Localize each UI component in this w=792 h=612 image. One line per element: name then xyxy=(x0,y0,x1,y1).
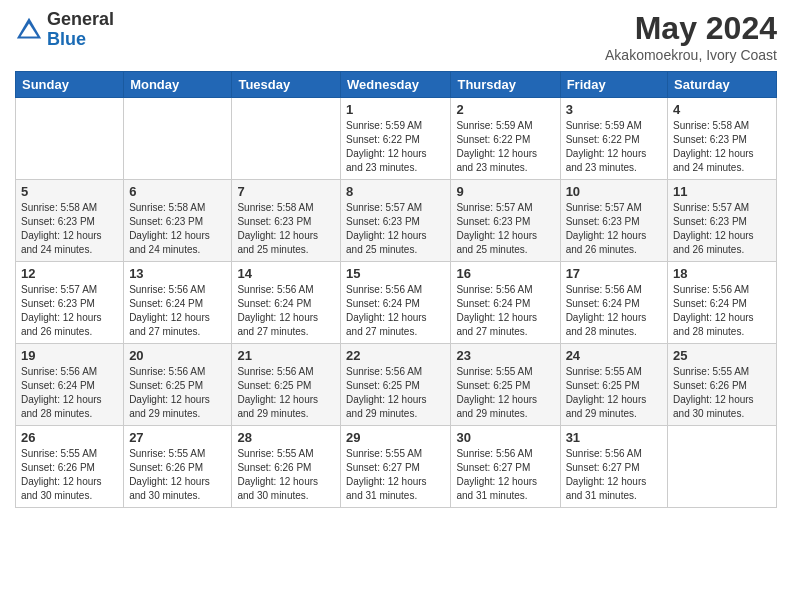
logo-text: General Blue xyxy=(47,10,114,50)
day-header-sunday: Sunday xyxy=(16,72,124,98)
day-info: Sunrise: 5:56 AM Sunset: 6:24 PM Dayligh… xyxy=(456,283,554,339)
calendar-cell: 7Sunrise: 5:58 AM Sunset: 6:23 PM Daylig… xyxy=(232,180,341,262)
day-info: Sunrise: 5:55 AM Sunset: 6:26 PM Dayligh… xyxy=(21,447,118,503)
day-info: Sunrise: 5:55 AM Sunset: 6:25 PM Dayligh… xyxy=(456,365,554,421)
day-info: Sunrise: 5:57 AM Sunset: 6:23 PM Dayligh… xyxy=(566,201,662,257)
day-number: 7 xyxy=(237,184,335,199)
calendar-cell: 5Sunrise: 5:58 AM Sunset: 6:23 PM Daylig… xyxy=(16,180,124,262)
calendar-cell: 25Sunrise: 5:55 AM Sunset: 6:26 PM Dayli… xyxy=(668,344,777,426)
day-info: Sunrise: 5:56 AM Sunset: 6:24 PM Dayligh… xyxy=(237,283,335,339)
day-info: Sunrise: 5:59 AM Sunset: 6:22 PM Dayligh… xyxy=(346,119,445,175)
day-header-monday: Monday xyxy=(124,72,232,98)
logo-icon xyxy=(15,16,43,44)
calendar-week-5: 26Sunrise: 5:55 AM Sunset: 6:26 PM Dayli… xyxy=(16,426,777,508)
calendar-cell: 15Sunrise: 5:56 AM Sunset: 6:24 PM Dayli… xyxy=(341,262,451,344)
day-info: Sunrise: 5:56 AM Sunset: 6:27 PM Dayligh… xyxy=(456,447,554,503)
day-header-thursday: Thursday xyxy=(451,72,560,98)
day-info: Sunrise: 5:56 AM Sunset: 6:25 PM Dayligh… xyxy=(237,365,335,421)
title-block: May 2024 Akakomoekrou, Ivory Coast xyxy=(605,10,777,63)
day-info: Sunrise: 5:56 AM Sunset: 6:24 PM Dayligh… xyxy=(673,283,771,339)
calendar-cell: 17Sunrise: 5:56 AM Sunset: 6:24 PM Dayli… xyxy=(560,262,667,344)
day-number: 15 xyxy=(346,266,445,281)
calendar-table: SundayMondayTuesdayWednesdayThursdayFrid… xyxy=(15,71,777,508)
logo-blue: Blue xyxy=(47,29,86,49)
day-number: 22 xyxy=(346,348,445,363)
day-info: Sunrise: 5:59 AM Sunset: 6:22 PM Dayligh… xyxy=(456,119,554,175)
day-number: 3 xyxy=(566,102,662,117)
day-header-friday: Friday xyxy=(560,72,667,98)
calendar-cell: 2Sunrise: 5:59 AM Sunset: 6:22 PM Daylig… xyxy=(451,98,560,180)
calendar-cell: 4Sunrise: 5:58 AM Sunset: 6:23 PM Daylig… xyxy=(668,98,777,180)
day-info: Sunrise: 5:56 AM Sunset: 6:25 PM Dayligh… xyxy=(129,365,226,421)
calendar-cell xyxy=(232,98,341,180)
calendar-week-2: 5Sunrise: 5:58 AM Sunset: 6:23 PM Daylig… xyxy=(16,180,777,262)
day-info: Sunrise: 5:55 AM Sunset: 6:26 PM Dayligh… xyxy=(129,447,226,503)
calendar-cell: 29Sunrise: 5:55 AM Sunset: 6:27 PM Dayli… xyxy=(341,426,451,508)
day-number: 30 xyxy=(456,430,554,445)
calendar-cell: 28Sunrise: 5:55 AM Sunset: 6:26 PM Dayli… xyxy=(232,426,341,508)
calendar-cell: 30Sunrise: 5:56 AM Sunset: 6:27 PM Dayli… xyxy=(451,426,560,508)
calendar-cell: 31Sunrise: 5:56 AM Sunset: 6:27 PM Dayli… xyxy=(560,426,667,508)
day-number: 9 xyxy=(456,184,554,199)
day-info: Sunrise: 5:55 AM Sunset: 6:26 PM Dayligh… xyxy=(673,365,771,421)
day-number: 2 xyxy=(456,102,554,117)
calendar-header-row: SundayMondayTuesdayWednesdayThursdayFrid… xyxy=(16,72,777,98)
header: General Blue May 2024 Akakomoekrou, Ivor… xyxy=(15,10,777,63)
calendar-cell: 13Sunrise: 5:56 AM Sunset: 6:24 PM Dayli… xyxy=(124,262,232,344)
calendar-cell: 27Sunrise: 5:55 AM Sunset: 6:26 PM Dayli… xyxy=(124,426,232,508)
day-number: 5 xyxy=(21,184,118,199)
day-number: 17 xyxy=(566,266,662,281)
logo: General Blue xyxy=(15,10,114,50)
day-number: 6 xyxy=(129,184,226,199)
calendar-cell: 26Sunrise: 5:55 AM Sunset: 6:26 PM Dayli… xyxy=(16,426,124,508)
calendar-cell: 14Sunrise: 5:56 AM Sunset: 6:24 PM Dayli… xyxy=(232,262,341,344)
calendar-cell: 12Sunrise: 5:57 AM Sunset: 6:23 PM Dayli… xyxy=(16,262,124,344)
calendar-cell xyxy=(124,98,232,180)
day-number: 31 xyxy=(566,430,662,445)
calendar-cell: 3Sunrise: 5:59 AM Sunset: 6:22 PM Daylig… xyxy=(560,98,667,180)
day-number: 20 xyxy=(129,348,226,363)
day-number: 10 xyxy=(566,184,662,199)
month-year: May 2024 xyxy=(605,10,777,47)
day-number: 27 xyxy=(129,430,226,445)
calendar-cell: 22Sunrise: 5:56 AM Sunset: 6:25 PM Dayli… xyxy=(341,344,451,426)
calendar-cell: 6Sunrise: 5:58 AM Sunset: 6:23 PM Daylig… xyxy=(124,180,232,262)
day-number: 4 xyxy=(673,102,771,117)
day-number: 16 xyxy=(456,266,554,281)
day-header-wednesday: Wednesday xyxy=(341,72,451,98)
calendar-week-3: 12Sunrise: 5:57 AM Sunset: 6:23 PM Dayli… xyxy=(16,262,777,344)
calendar-week-4: 19Sunrise: 5:56 AM Sunset: 6:24 PM Dayli… xyxy=(16,344,777,426)
calendar-cell xyxy=(16,98,124,180)
day-info: Sunrise: 5:57 AM Sunset: 6:23 PM Dayligh… xyxy=(456,201,554,257)
calendar-cell: 1Sunrise: 5:59 AM Sunset: 6:22 PM Daylig… xyxy=(341,98,451,180)
day-number: 18 xyxy=(673,266,771,281)
day-number: 25 xyxy=(673,348,771,363)
page-container: General Blue May 2024 Akakomoekrou, Ivor… xyxy=(0,0,792,518)
calendar-cell: 20Sunrise: 5:56 AM Sunset: 6:25 PM Dayli… xyxy=(124,344,232,426)
day-number: 23 xyxy=(456,348,554,363)
day-info: Sunrise: 5:56 AM Sunset: 6:24 PM Dayligh… xyxy=(566,283,662,339)
day-number: 14 xyxy=(237,266,335,281)
day-header-tuesday: Tuesday xyxy=(232,72,341,98)
day-number: 29 xyxy=(346,430,445,445)
day-number: 11 xyxy=(673,184,771,199)
day-number: 1 xyxy=(346,102,445,117)
calendar-cell: 24Sunrise: 5:55 AM Sunset: 6:25 PM Dayli… xyxy=(560,344,667,426)
logo-general: General xyxy=(47,9,114,29)
day-info: Sunrise: 5:58 AM Sunset: 6:23 PM Dayligh… xyxy=(129,201,226,257)
day-info: Sunrise: 5:56 AM Sunset: 6:24 PM Dayligh… xyxy=(346,283,445,339)
day-info: Sunrise: 5:55 AM Sunset: 6:25 PM Dayligh… xyxy=(566,365,662,421)
day-number: 19 xyxy=(21,348,118,363)
day-info: Sunrise: 5:55 AM Sunset: 6:27 PM Dayligh… xyxy=(346,447,445,503)
day-info: Sunrise: 5:57 AM Sunset: 6:23 PM Dayligh… xyxy=(21,283,118,339)
calendar-cell: 9Sunrise: 5:57 AM Sunset: 6:23 PM Daylig… xyxy=(451,180,560,262)
calendar-cell xyxy=(668,426,777,508)
day-info: Sunrise: 5:58 AM Sunset: 6:23 PM Dayligh… xyxy=(673,119,771,175)
day-info: Sunrise: 5:56 AM Sunset: 6:25 PM Dayligh… xyxy=(346,365,445,421)
day-info: Sunrise: 5:57 AM Sunset: 6:23 PM Dayligh… xyxy=(346,201,445,257)
day-info: Sunrise: 5:55 AM Sunset: 6:26 PM Dayligh… xyxy=(237,447,335,503)
day-header-saturday: Saturday xyxy=(668,72,777,98)
calendar-cell: 8Sunrise: 5:57 AM Sunset: 6:23 PM Daylig… xyxy=(341,180,451,262)
day-info: Sunrise: 5:59 AM Sunset: 6:22 PM Dayligh… xyxy=(566,119,662,175)
calendar-cell: 19Sunrise: 5:56 AM Sunset: 6:24 PM Dayli… xyxy=(16,344,124,426)
